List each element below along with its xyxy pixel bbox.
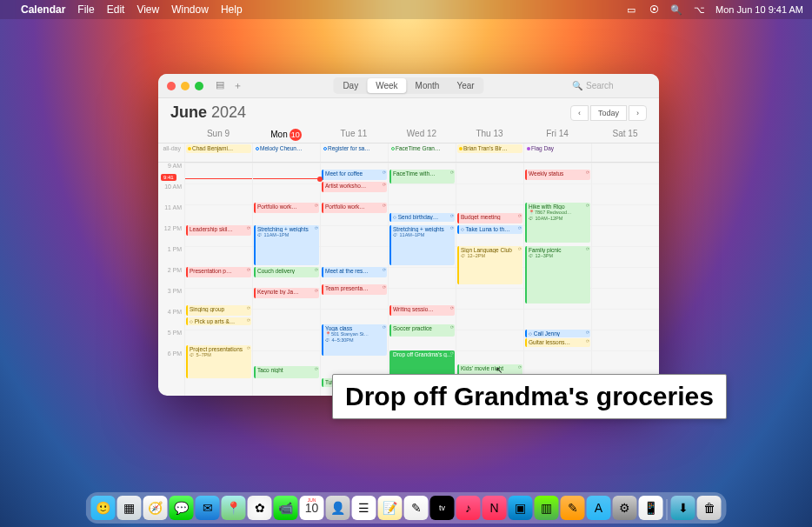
day-header[interactable]: Fri 14 (523, 129, 591, 141)
menu-edit[interactable]: Edit (107, 3, 125, 16)
view-segmented-control[interactable]: Day Week Month Year (333, 77, 483, 94)
event[interactable]: Leadership skil…⟳ (186, 225, 251, 236)
allday-event[interactable]: Flag Day (525, 144, 590, 153)
menu-window[interactable]: Window (171, 3, 209, 16)
dock-reminders[interactable]: ☰ (352, 496, 376, 520)
event[interactable]: Portfolio work…⟳ (254, 203, 319, 213)
day-header[interactable]: Tue 11 (320, 129, 388, 141)
dock-music[interactable]: ♪ (456, 496, 481, 520)
event[interactable]: Budget meeting⟳ (457, 213, 522, 223)
dock-trash[interactable]: 🗑 (697, 496, 722, 520)
spotlight-icon[interactable]: 🔍 (670, 3, 682, 16)
dock-launchpad[interactable]: ▦ (117, 496, 142, 520)
dock-appstore[interactable]: A (587, 496, 611, 520)
dock-iphone-mirror[interactable]: 📱 (639, 496, 663, 520)
event[interactable]: Singing group⟳ (186, 305, 251, 316)
dock-photos[interactable]: ✿ (248, 496, 272, 520)
dock-notes[interactable]: 📝 (378, 496, 403, 520)
add-event-icon[interactable]: ＋ (233, 79, 243, 92)
menu-help[interactable]: Help (221, 3, 243, 16)
event[interactable]: Sign Language Club⏱ 12–2PM⟳ (457, 246, 522, 284)
day-column-mon[interactable]: Portfolio work…⟳Stretching + weights⏱ 11… (252, 163, 320, 396)
day-header[interactable]: Wed 12 (388, 129, 456, 141)
day-header-today[interactable]: Mon10 (252, 129, 320, 141)
wifi-icon[interactable]: ⦿ (648, 3, 660, 16)
today-button[interactable]: Today (590, 105, 627, 121)
event[interactable]: Taco night⟳ (254, 366, 319, 378)
view-month[interactable]: Month (407, 78, 449, 93)
event[interactable]: Presentation p…⟳ (186, 267, 251, 277)
event[interactable]: Keynote by Ja…⟳ (254, 288, 319, 298)
event[interactable]: Drop off Grandma's groceries⟳ (389, 350, 455, 377)
event[interactable]: Weekly status⟳ (525, 170, 590, 180)
dock-calendar[interactable]: JUN10 (300, 496, 324, 520)
allday-event[interactable]: FaceTime Gran… (389, 144, 455, 153)
next-week-button[interactable]: › (629, 105, 647, 121)
event[interactable]: Guitar lessons…⟳ (525, 338, 590, 347)
dock-facetime[interactable]: 📹 (274, 496, 298, 520)
day-header[interactable]: Sat 15 (591, 129, 659, 141)
allday-event[interactable]: Register for sa… (322, 144, 387, 153)
allday-event[interactable]: Melody Cheun… (254, 144, 319, 153)
event[interactable]: Portfolio work…⟳ (322, 203, 387, 213)
dock-freeform[interactable]: ✎ (404, 496, 429, 520)
app-menu[interactable]: Calendar (21, 3, 65, 16)
event[interactable]: ○ Take Luna to th…⟳ (457, 225, 522, 234)
view-year[interactable]: Year (448, 78, 483, 93)
dock-mail[interactable]: ✉ (196, 496, 220, 520)
event[interactable]: Meet at the res…⟳ (322, 267, 387, 277)
event[interactable]: Stretching + weights⏱ 11AM–1PM⟳ (254, 225, 319, 265)
event[interactable]: Hike with Rigo📍7867 Redwood…⏱ 10AM–12PM⟳ (525, 203, 590, 243)
day-column-thu[interactable]: Budget meeting⟳○ Take Luna to th…⟳Sign L… (456, 163, 523, 396)
dock-downloads[interactable]: ⬇ (671, 496, 696, 520)
day-column-tue[interactable]: Meet for coffee⟳Artist worksho…⟳Portfoli… (320, 163, 388, 396)
battery-icon[interactable]: ▭ (625, 3, 637, 16)
dock-tv[interactable]: tv (430, 496, 455, 520)
dock-keynote[interactable]: ▣ (509, 496, 533, 520)
event[interactable]: Project presentations⏱ 5–7PM⟳ (186, 345, 251, 378)
allday-event[interactable]: Chad Benjami… (186, 144, 251, 153)
dock-safari[interactable]: 🧭 (143, 496, 168, 520)
day-column-sun[interactable]: 9:41 Leadership skil…⟳Presentation p…⟳Si… (184, 163, 252, 396)
event[interactable]: ○ Send birthday…⟳ (389, 213, 455, 222)
view-week[interactable]: Week (367, 78, 406, 93)
event[interactable]: ○ Call Jenny⟳ (525, 330, 590, 337)
dock-pages[interactable]: ✎ (561, 496, 585, 520)
day-column-fri[interactable]: Weekly status⟳Hike with Rigo📍7867 Redwoo… (523, 163, 591, 396)
day-column-wed[interactable]: FaceTime with…⟳○ Send birthday…⟳Stretchi… (388, 163, 456, 396)
dock-maps[interactable]: 📍 (222, 496, 246, 520)
minimize-button[interactable] (181, 82, 190, 90)
event[interactable]: Family picnic⏱ 12–3PM⟳ (525, 246, 590, 304)
menu-view[interactable]: View (136, 3, 159, 16)
event[interactable]: Team presenta…⟳ (322, 284, 387, 295)
control-center-icon[interactable]: ⌥ (693, 3, 705, 16)
event[interactable]: Artist worksho…⟳ (322, 182, 387, 192)
event[interactable]: Yoga class📍501 Stanyan St…⏱ 4–5:30PM⟳ (322, 324, 387, 356)
menu-file[interactable]: File (77, 3, 94, 16)
dock-settings[interactable]: ⚙ (613, 496, 637, 520)
close-button[interactable] (167, 82, 176, 90)
event[interactable]: Stretching + weights⏱ 11AM–1PM⟳ (389, 225, 455, 265)
event[interactable]: Couch delivery⟳ (254, 267, 319, 277)
calendars-toggle-icon[interactable]: ▤ (216, 79, 224, 92)
dock-contacts[interactable]: 👤 (326, 496, 350, 520)
event[interactable]: FaceTime with…⟳ (389, 170, 455, 183)
allday-event[interactable]: Brian Tran's Bir… (457, 144, 522, 153)
week-grid[interactable]: 9 AM10 AM11 AM12 PM1 PM2 PM3 PM4 PM5 PM6… (158, 163, 659, 396)
day-header[interactable]: Sun 9 (184, 129, 252, 141)
event[interactable]: Soccer practice⟳ (389, 324, 455, 337)
event[interactable]: Writing sessio…⟳ (389, 305, 455, 316)
prev-week-button[interactable]: ‹ (570, 105, 589, 121)
menubar-clock[interactable]: Mon Jun 10 9:41 AM (715, 4, 803, 15)
dock-messages[interactable]: 💬 (170, 496, 194, 520)
day-header[interactable]: Thu 13 (456, 129, 523, 141)
dock-numbers[interactable]: ▥ (535, 496, 559, 520)
event[interactable]: Meet for coffee⟳ (322, 170, 387, 180)
dock-finder[interactable]: 🙂 (91, 496, 116, 520)
zoom-button[interactable] (195, 82, 203, 90)
view-day[interactable]: Day (334, 78, 367, 93)
dock-news[interactable]: N (483, 496, 507, 520)
day-column-sat[interactable] (591, 163, 659, 396)
event[interactable]: ○ Pick up arts &…⟳ (186, 317, 251, 325)
search-field[interactable]: 🔍 Search (572, 81, 650, 90)
